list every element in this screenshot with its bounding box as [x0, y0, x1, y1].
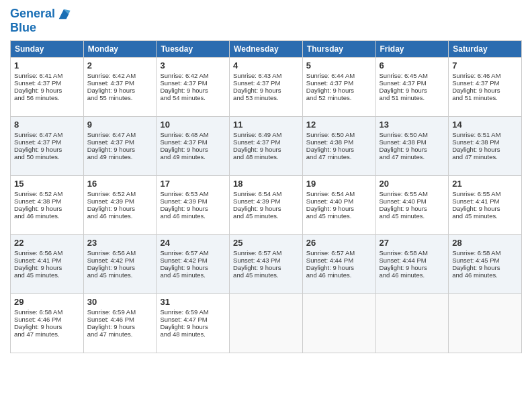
- day-info: Sunrise: 6:50 AM: [380, 131, 445, 138]
- empty-cell: [302, 293, 375, 353]
- day-info: Sunset: 4:41 PM: [14, 257, 80, 264]
- day-info: and 48 minutes.: [233, 153, 299, 161]
- day-info: Daylight: 9 hours: [233, 87, 299, 94]
- day-info: Daylight: 9 hours: [380, 264, 445, 271]
- day-info: and 53 minutes.: [233, 94, 299, 101]
- day-info: Daylight: 9 hours: [452, 146, 518, 153]
- day-number: 21: [452, 179, 518, 189]
- day-info: and 45 minutes.: [14, 271, 80, 279]
- day-info: Sunset: 4:43 PM: [233, 257, 299, 264]
- day-info: Daylight: 9 hours: [14, 87, 80, 94]
- day-info: Sunset: 4:42 PM: [160, 257, 226, 264]
- calendar-day-cell: 9Sunrise: 6:47 AMSunset: 4:37 PMDaylight…: [83, 116, 157, 175]
- calendar-day-cell: 13Sunrise: 6:50 AMSunset: 4:38 PMDayligh…: [375, 116, 449, 175]
- calendar-day-cell: 8Sunrise: 6:47 AMSunset: 4:37 PMDaylight…: [11, 116, 84, 175]
- day-info: and 45 minutes.: [87, 271, 153, 279]
- calendar-day-cell: 7Sunrise: 6:46 AMSunset: 4:37 PMDaylight…: [449, 57, 522, 116]
- calendar-day-cell: 1Sunrise: 6:41 AMSunset: 4:37 PMDaylight…: [11, 57, 84, 116]
- day-info: Sunrise: 6:57 AM: [160, 249, 226, 257]
- day-info: Sunrise: 6:58 AM: [380, 249, 445, 257]
- day-info: Sunset: 4:40 PM: [306, 197, 372, 205]
- day-info: Daylight: 9 hours: [14, 205, 80, 212]
- calendar-day-cell: 4Sunrise: 6:43 AMSunset: 4:37 PMDaylight…: [230, 57, 303, 116]
- day-number: 20: [380, 179, 445, 189]
- day-info: Sunset: 4:47 PM: [160, 316, 226, 323]
- day-info: Sunrise: 6:58 AM: [452, 249, 518, 257]
- day-info: Sunset: 4:46 PM: [87, 316, 153, 323]
- day-info: and 46 minutes.: [160, 212, 226, 220]
- calendar-day-cell: 25Sunrise: 6:57 AMSunset: 4:43 PMDayligh…: [230, 234, 303, 293]
- day-info: Sunrise: 6:59 AM: [87, 308, 153, 316]
- day-info: Sunset: 4:37 PM: [452, 79, 518, 87]
- day-number: 31: [160, 297, 226, 307]
- day-info: and 46 minutes.: [14, 212, 80, 220]
- day-info: Daylight: 9 hours: [87, 87, 153, 94]
- day-info: and 45 minutes.: [306, 212, 372, 220]
- calendar-day-cell: 12Sunrise: 6:50 AMSunset: 4:38 PMDayligh…: [302, 116, 375, 175]
- day-number: 17: [160, 179, 226, 189]
- day-info: and 49 minutes.: [160, 153, 226, 161]
- day-info: Daylight: 9 hours: [14, 323, 80, 330]
- day-info: and 49 minutes.: [87, 153, 153, 161]
- day-info: Sunrise: 6:46 AM: [452, 72, 518, 79]
- day-info: Sunset: 4:39 PM: [233, 197, 299, 205]
- day-info: and 51 minutes.: [380, 94, 445, 101]
- day-info: and 45 minutes.: [233, 271, 299, 279]
- logo-icon: [56, 7, 71, 21]
- day-info: and 45 minutes.: [233, 212, 299, 220]
- logo-text: General: [10, 7, 55, 21]
- calendar-day-cell: 18Sunrise: 6:54 AMSunset: 4:39 PMDayligh…: [230, 175, 303, 234]
- day-info: Sunrise: 6:55 AM: [380, 190, 445, 197]
- day-info: Sunrise: 6:57 AM: [233, 249, 299, 257]
- day-info: Daylight: 9 hours: [87, 205, 153, 212]
- day-number: 19: [306, 179, 372, 189]
- day-info: Daylight: 9 hours: [160, 146, 226, 153]
- day-info: Daylight: 9 hours: [233, 264, 299, 271]
- weekday-header: Wednesday: [230, 40, 303, 57]
- day-number: 16: [87, 179, 153, 189]
- day-info: Daylight: 9 hours: [452, 87, 518, 94]
- day-number: 11: [233, 120, 299, 130]
- day-info: Daylight: 9 hours: [452, 205, 518, 212]
- day-info: and 50 minutes.: [14, 153, 80, 161]
- day-info: Daylight: 9 hours: [160, 323, 226, 330]
- day-number: 28: [452, 238, 518, 248]
- calendar-day-cell: 28Sunrise: 6:58 AMSunset: 4:45 PMDayligh…: [449, 234, 522, 293]
- day-info: Sunset: 4:38 PM: [380, 138, 445, 146]
- day-info: Sunset: 4:37 PM: [233, 138, 299, 146]
- day-info: Daylight: 9 hours: [306, 87, 372, 94]
- day-info: Sunset: 4:37 PM: [14, 79, 80, 87]
- day-info: Daylight: 9 hours: [160, 87, 226, 94]
- day-number: 4: [233, 60, 299, 71]
- calendar-day-cell: 11Sunrise: 6:49 AMSunset: 4:37 PMDayligh…: [230, 116, 303, 175]
- day-info: Sunrise: 6:49 AM: [233, 131, 299, 138]
- day-info: and 47 minutes.: [14, 330, 80, 338]
- day-info: Daylight: 9 hours: [306, 205, 372, 212]
- day-info: and 46 minutes.: [306, 271, 372, 279]
- day-info: Daylight: 9 hours: [87, 264, 153, 271]
- day-info: Sunrise: 6:59 AM: [160, 308, 226, 316]
- day-info: Daylight: 9 hours: [87, 323, 153, 330]
- calendar-day-cell: 5Sunrise: 6:44 AMSunset: 4:37 PMDaylight…: [302, 57, 375, 116]
- calendar-day-cell: 26Sunrise: 6:57 AMSunset: 4:44 PMDayligh…: [302, 234, 375, 293]
- day-info: Sunrise: 6:56 AM: [14, 249, 80, 257]
- calendar-day-cell: 20Sunrise: 6:55 AMSunset: 4:40 PMDayligh…: [375, 175, 449, 234]
- calendar-day-cell: 10Sunrise: 6:48 AMSunset: 4:37 PMDayligh…: [157, 116, 230, 175]
- weekday-header: Tuesday: [157, 40, 230, 57]
- calendar-day-cell: 23Sunrise: 6:56 AMSunset: 4:42 PMDayligh…: [83, 234, 157, 293]
- calendar-day-cell: 27Sunrise: 6:58 AMSunset: 4:44 PMDayligh…: [375, 234, 449, 293]
- day-number: 13: [380, 120, 445, 130]
- calendar: SundayMondayTuesdayWednesdayThursdayFrid…: [10, 40, 522, 353]
- day-number: 8: [14, 120, 80, 130]
- calendar-day-cell: 19Sunrise: 6:54 AMSunset: 4:40 PMDayligh…: [302, 175, 375, 234]
- day-info: Sunrise: 6:54 AM: [233, 190, 299, 197]
- day-info: and 51 minutes.: [452, 94, 518, 101]
- calendar-day-cell: 22Sunrise: 6:56 AMSunset: 4:41 PMDayligh…: [11, 234, 84, 293]
- day-info: and 46 minutes.: [380, 271, 445, 279]
- day-info: Sunset: 4:37 PM: [87, 138, 153, 146]
- day-info: Sunset: 4:46 PM: [14, 316, 80, 323]
- weekday-header: Sunday: [11, 40, 84, 57]
- calendar-day-cell: 3Sunrise: 6:42 AMSunset: 4:37 PMDaylight…: [157, 57, 230, 116]
- day-info: Sunrise: 6:47 AM: [14, 131, 80, 138]
- day-info: Sunset: 4:38 PM: [14, 197, 80, 205]
